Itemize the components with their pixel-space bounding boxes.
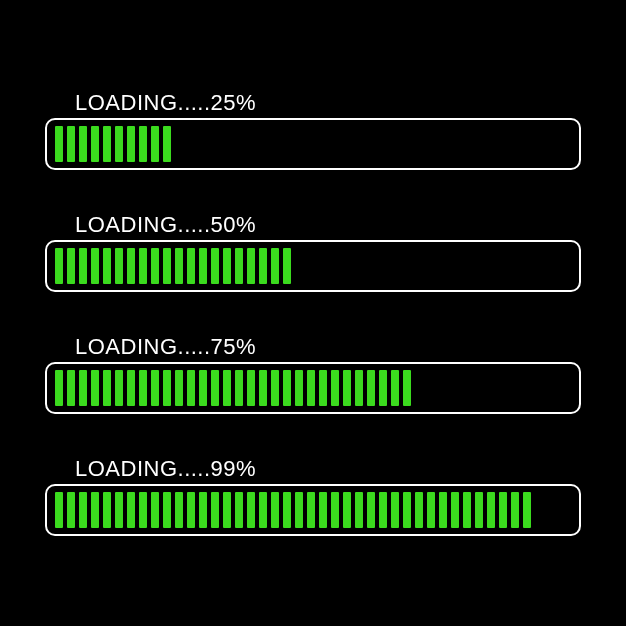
- progress-segment: [463, 492, 471, 528]
- progress-segment: [163, 248, 171, 284]
- progress-segment: [115, 126, 123, 162]
- progress-segment: [175, 248, 183, 284]
- progress-segment: [451, 492, 459, 528]
- progress-segment: [151, 370, 159, 406]
- progress-track: [45, 118, 581, 170]
- progress-segment: [379, 370, 387, 406]
- progress-segment: [79, 492, 87, 528]
- progress-segment: [211, 492, 219, 528]
- loading-text: LOADING.....: [75, 212, 211, 238]
- loading-text: LOADING.....: [75, 334, 211, 360]
- progress-segment: [499, 492, 507, 528]
- progress-segment: [475, 492, 483, 528]
- progress-segment: [283, 370, 291, 406]
- progress-segment: [79, 370, 87, 406]
- progress-segment: [379, 492, 387, 528]
- progress-segment: [55, 248, 63, 284]
- progress-segment: [259, 370, 267, 406]
- progress-segment: [67, 248, 75, 284]
- progress-segment: [343, 370, 351, 406]
- progress-segment: [523, 492, 531, 528]
- progress-bar-50: LOADING..... 50%: [45, 212, 581, 292]
- progress-track: [45, 484, 581, 536]
- progress-segment: [115, 492, 123, 528]
- progress-segment: [367, 492, 375, 528]
- progress-segment: [355, 370, 363, 406]
- progress-segment: [319, 370, 327, 406]
- progress-segment: [115, 248, 123, 284]
- loading-text: LOADING.....: [75, 456, 211, 482]
- progress-label: LOADING..... 75%: [45, 334, 581, 360]
- progress-segment: [403, 492, 411, 528]
- progress-segment: [331, 370, 339, 406]
- progress-segment: [319, 492, 327, 528]
- progress-segment: [139, 126, 147, 162]
- percent-text: 99%: [211, 456, 257, 482]
- progress-segment: [67, 126, 75, 162]
- progress-segment: [163, 492, 171, 528]
- progress-segment: [199, 370, 207, 406]
- progress-segment: [331, 492, 339, 528]
- progress-segment: [91, 492, 99, 528]
- progress-segment: [307, 492, 315, 528]
- progress-segment: [283, 248, 291, 284]
- progress-segment: [127, 370, 135, 406]
- progress-track: [45, 362, 581, 414]
- progress-label: LOADING..... 25%: [45, 90, 581, 116]
- progress-segment: [79, 126, 87, 162]
- progress-segment: [151, 492, 159, 528]
- progress-segment: [295, 370, 303, 406]
- progress-segment: [307, 370, 315, 406]
- progress-segment: [487, 492, 495, 528]
- progress-segment: [175, 492, 183, 528]
- progress-segment: [211, 370, 219, 406]
- progress-segment: [247, 370, 255, 406]
- progress-segment: [127, 126, 135, 162]
- progress-segment: [103, 248, 111, 284]
- progress-segment: [151, 126, 159, 162]
- progress-segment: [139, 492, 147, 528]
- progress-segment: [79, 248, 87, 284]
- progress-segment: [343, 492, 351, 528]
- progress-segment: [271, 248, 279, 284]
- progress-segment: [283, 492, 291, 528]
- progress-segment: [55, 370, 63, 406]
- progress-segment: [391, 492, 399, 528]
- progress-segment: [55, 492, 63, 528]
- loading-text: LOADING.....: [75, 90, 211, 116]
- progress-segment: [103, 126, 111, 162]
- progress-bar-25: LOADING..... 25%: [45, 90, 581, 170]
- progress-segment: [187, 370, 195, 406]
- progress-segment: [235, 370, 243, 406]
- progress-bar-99: LOADING..... 99%: [45, 456, 581, 536]
- progress-segment: [199, 492, 207, 528]
- progress-segment: [151, 248, 159, 284]
- progress-segment: [127, 248, 135, 284]
- progress-segment: [415, 492, 423, 528]
- progress-segment: [235, 492, 243, 528]
- progress-segment: [91, 370, 99, 406]
- progress-segment: [103, 492, 111, 528]
- progress-segment: [235, 248, 243, 284]
- progress-segment: [115, 370, 123, 406]
- percent-text: 50%: [211, 212, 257, 238]
- progress-segment: [391, 370, 399, 406]
- progress-segment: [403, 370, 411, 406]
- progress-segment: [259, 248, 267, 284]
- progress-segment: [139, 370, 147, 406]
- progress-segment: [127, 492, 135, 528]
- progress-label: LOADING..... 50%: [45, 212, 581, 238]
- progress-segment: [247, 492, 255, 528]
- progress-segment: [427, 492, 435, 528]
- progress-track: [45, 240, 581, 292]
- progress-segment: [367, 370, 375, 406]
- percent-text: 75%: [211, 334, 257, 360]
- progress-segment: [247, 248, 255, 284]
- progress-segment: [91, 248, 99, 284]
- progress-segment: [67, 492, 75, 528]
- progress-segment: [223, 370, 231, 406]
- progress-segment: [439, 492, 447, 528]
- progress-segment: [187, 492, 195, 528]
- progress-bar-75: LOADING..... 75%: [45, 334, 581, 414]
- progress-segment: [187, 248, 195, 284]
